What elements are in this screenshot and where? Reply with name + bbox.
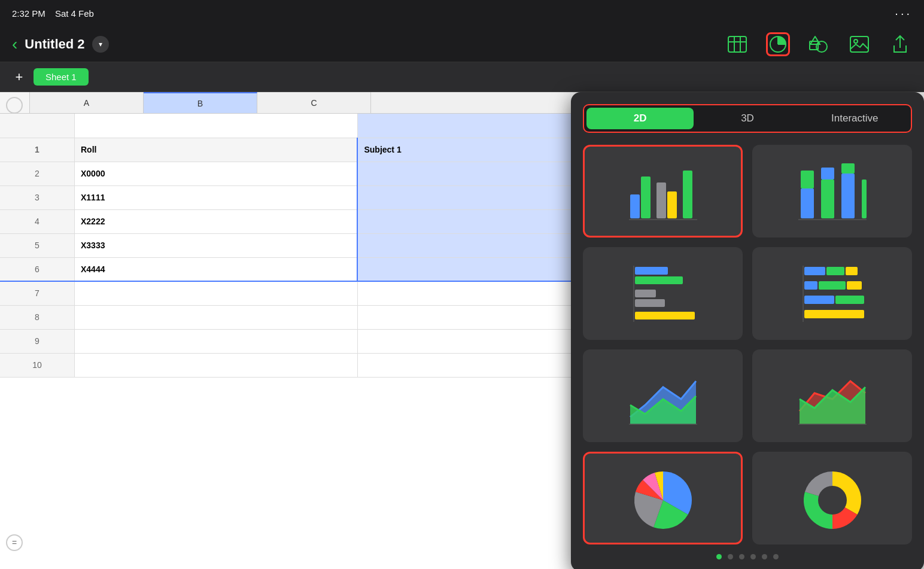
svg-rect-33 (826, 267, 844, 275)
back-button[interactable]: ‹ (12, 36, 17, 53)
svg-rect-26 (635, 267, 668, 275)
svg-rect-19 (801, 171, 814, 188)
svg-rect-27 (635, 276, 683, 284)
area-chart-2-icon (794, 363, 871, 429)
tab-2d[interactable]: 2D (586, 108, 694, 129)
title-dropdown-button[interactable]: ▾ (92, 36, 109, 53)
svg-rect-24 (862, 179, 867, 218)
svg-rect-13 (641, 177, 651, 218)
pagination-dot-2[interactable] (728, 554, 733, 559)
chart-area-2[interactable] (752, 349, 912, 442)
svg-rect-39 (835, 296, 864, 304)
share-icon[interactable] (888, 32, 912, 56)
chart-area-1[interactable] (583, 349, 743, 442)
table-title-a (74, 114, 357, 138)
svg-rect-20 (821, 179, 834, 218)
svg-point-44 (818, 486, 847, 515)
row-num-4: 4 (0, 209, 74, 233)
svg-rect-23 (841, 163, 855, 174)
chart-hbar-grouped[interactable] (583, 247, 743, 340)
media-icon[interactable] (847, 32, 871, 56)
chart-dimension-tabs: 2D 3D Interactive (583, 104, 912, 133)
table-icon[interactable] (725, 32, 749, 56)
row-num (0, 114, 74, 138)
svg-rect-34 (846, 267, 858, 275)
pagination-dot-4[interactable] (750, 554, 756, 559)
bar-grouped-icon (624, 159, 702, 224)
svg-rect-35 (804, 281, 817, 290)
cell-x0000-roll[interactable]: X0000 (74, 162, 357, 185)
row-num-1: 1 (0, 138, 74, 162)
equals-icon: = (6, 534, 23, 551)
svg-rect-29 (635, 299, 665, 307)
cell-x2222-roll[interactable]: X2222 (74, 209, 357, 233)
row-num-7: 7 (0, 281, 74, 305)
row-num-6: 6 (0, 257, 74, 281)
chart-hbar-stacked[interactable] (752, 247, 912, 340)
svg-rect-0 (728, 36, 746, 52)
chart-type-popup: 2D 3D Interactive (571, 92, 924, 569)
cell-x4444-roll[interactable]: X4444 (74, 257, 357, 281)
chart-bar-grouped[interactable] (583, 145, 743, 238)
svg-rect-21 (821, 168, 834, 179)
pagination-dot-6[interactable] (773, 554, 779, 559)
row-num-10: 10 (0, 353, 74, 377)
col-header-b[interactable]: B (144, 92, 257, 113)
svg-rect-37 (847, 281, 862, 290)
cell-9a[interactable] (74, 329, 357, 353)
svg-rect-15 (667, 191, 677, 218)
chart-bar-stacked[interactable] (752, 145, 912, 238)
row-num-2: 2 (0, 162, 74, 185)
pie-chart-icon (624, 465, 702, 531)
status-dots: ··· (895, 7, 912, 20)
cell-10a[interactable] (74, 353, 357, 377)
donut-chart-icon (794, 465, 871, 531)
row-num-9: 9 (0, 329, 74, 353)
cell-roll-header[interactable]: Roll (74, 138, 357, 162)
row-num-3: 3 (0, 185, 74, 209)
area-chart-1-icon (624, 363, 702, 429)
hbar-grouped-icon (624, 261, 702, 327)
cell-x1111-roll[interactable]: X1111 (74, 185, 357, 209)
tab-3d[interactable]: 3D (694, 108, 801, 129)
svg-rect-12 (630, 194, 640, 218)
row-num-5: 5 (0, 233, 74, 257)
status-time: 2:32 PM (12, 8, 45, 19)
svg-rect-10 (850, 36, 868, 52)
cell-8a[interactable] (74, 305, 357, 329)
hbar-stacked-icon (794, 261, 871, 327)
svg-rect-36 (819, 281, 846, 290)
svg-rect-40 (804, 310, 864, 318)
pagination-dot-3[interactable] (739, 554, 744, 559)
sheet-tab-1[interactable]: Sheet 1 (34, 68, 89, 86)
doc-title: Untitled 2 (25, 36, 84, 52)
chart-icon[interactable] (766, 32, 790, 56)
circle-indicator (6, 97, 23, 114)
status-bar: 2:32 PM Sat 4 Feb ··· (0, 0, 924, 26)
tab-interactive[interactable]: Interactive (801, 108, 908, 129)
chart-donut[interactable] (752, 452, 912, 544)
row-num-8: 8 (0, 305, 74, 329)
shapes-icon[interactable] (807, 32, 831, 56)
svg-point-11 (854, 39, 858, 43)
pagination-dot-1[interactable] (716, 554, 722, 559)
svg-rect-38 (804, 296, 834, 304)
bar-stacked-icon (794, 159, 871, 224)
chart-pie[interactable] (583, 452, 743, 544)
pagination-dot-5[interactable] (762, 554, 767, 559)
title-bar: ‹ Untitled 2 ▾ (0, 26, 924, 62)
svg-rect-30 (635, 312, 695, 320)
toolbar (725, 32, 912, 56)
cell-x3333-roll[interactable]: X3333 (74, 233, 357, 257)
col-header-c[interactable]: C (257, 92, 371, 113)
sheet-tabs-bar: + Sheet 1 (0, 62, 924, 92)
col-header-a[interactable]: A (30, 92, 144, 113)
main-content: = A B C Tabl 1 Roll Subject 1 Subject 2 (0, 92, 924, 569)
svg-rect-22 (841, 174, 855, 218)
add-sheet-button[interactable]: + (10, 68, 29, 87)
svg-rect-16 (683, 171, 692, 218)
svg-rect-28 (635, 290, 656, 297)
svg-rect-18 (801, 188, 814, 218)
pagination-dots (583, 554, 912, 559)
cell-7a[interactable] (74, 281, 357, 305)
